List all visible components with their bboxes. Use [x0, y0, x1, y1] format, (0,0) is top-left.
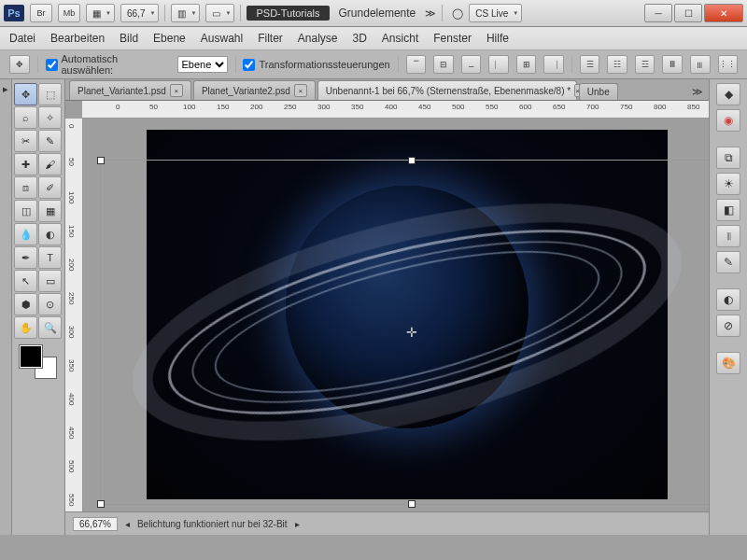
distribute-3-icon[interactable]: ☲	[635, 55, 655, 74]
titlebar: Ps Br Mb ▦ 66,7 ▥ ▭ PSD-Tutorials Grunde…	[0, 0, 747, 27]
panel-layers-icon[interactable]: ⧉	[716, 147, 740, 169]
zoom-tool[interactable]: 🔍	[38, 316, 62, 339]
status-prev-icon[interactable]: ◂	[125, 519, 130, 529]
pen-tool[interactable]: ✒	[14, 246, 37, 269]
menu-fenster[interactable]: Fenster	[433, 32, 472, 45]
align-hcenter-icon[interactable]: ⊞	[516, 55, 537, 74]
ruler-horizontal[interactable]: 0501001502002503003504004505005506006507…	[82, 101, 709, 119]
canvas-area[interactable]: ✛	[83, 119, 709, 511]
tabs-more-icon[interactable]: ≫	[686, 84, 709, 100]
heal-tool[interactable]: ✚	[14, 153, 37, 175]
distribute-1-icon[interactable]: ☰	[580, 55, 600, 74]
distribute-5-icon[interactable]: ⫼	[690, 55, 711, 74]
window-minimize[interactable]: ─	[644, 4, 672, 22]
move-tool[interactable]: ✥	[14, 83, 37, 105]
align-top-icon[interactable]: ⎺	[406, 55, 427, 74]
workspace-grund[interactable]: Grundelemente	[335, 7, 420, 20]
window-maximize[interactable]: ☐	[674, 4, 702, 22]
view-dropdown[interactable]: ▦	[86, 4, 115, 22]
align-left-icon[interactable]: ⎸	[488, 55, 509, 74]
panel-info-icon[interactable]: ◐	[716, 288, 740, 311]
panel-adjustments-icon[interactable]: ☀	[716, 173, 740, 195]
canvas[interactable]	[147, 130, 668, 499]
type-tool[interactable]: T	[38, 246, 62, 269]
document-tabs: Planet_Variante1.psd× Planet_Variante2.p…	[65, 79, 709, 101]
marquee-tool[interactable]: ⬚	[38, 83, 62, 105]
menu-ebene[interactable]: Ebene	[153, 32, 186, 45]
close-icon[interactable]: ×	[294, 84, 307, 97]
panel-expand-left[interactable]: ▸	[0, 79, 12, 535]
right-panels: ◆ ◉ ⧉ ☀ ◧ ⫴ ✎ ◐ ⊘ 🎨	[709, 79, 747, 535]
color-swatches[interactable]	[20, 345, 57, 379]
workspace-more-icon[interactable]: ≫	[425, 7, 436, 20]
brush-tool[interactable]: 🖌	[38, 153, 62, 175]
hand-tool[interactable]: ✋	[14, 316, 37, 339]
auto-select-dropdown[interactable]: Ebene	[177, 56, 228, 73]
app-logo: Ps	[4, 5, 24, 21]
stamp-tool[interactable]: ⧈	[14, 176, 37, 199]
status-next-icon[interactable]: ▸	[295, 519, 300, 529]
ruler-vertical[interactable]: 050100150200250300350400450500550	[65, 119, 83, 511]
gradient-tool[interactable]: ▦	[38, 200, 62, 222]
zoom-dropdown[interactable]: 66,7	[120, 4, 159, 22]
align-right-icon[interactable]: ⎹	[543, 55, 564, 74]
distribute-4-icon[interactable]: Ⅲ	[662, 55, 683, 74]
arrange-dropdown[interactable]: ▥	[171, 4, 200, 22]
tab-doc2[interactable]: Planet_Variante2.psd×	[193, 80, 316, 100]
close-icon[interactable]: ×	[170, 84, 183, 97]
handle-bc[interactable]	[408, 500, 416, 508]
menu-ansicht[interactable]: Ansicht	[382, 32, 418, 45]
history-brush-tool[interactable]: ✐	[38, 176, 62, 199]
tab-doc4[interactable]: Unbe	[579, 83, 618, 100]
distribute-6-icon[interactable]: ⋮⋮	[718, 55, 739, 74]
status-zoom[interactable]: 66,67%	[73, 517, 118, 531]
status-bar: 66,67% ◂ Belichtung funktioniert nur bei…	[65, 511, 709, 535]
3d-tool[interactable]: ⬢	[14, 293, 37, 315]
status-message: Belichtung funktioniert nur bei 32-Bit	[137, 519, 288, 529]
panel-channels-icon[interactable]: ⫴	[716, 225, 740, 247]
menu-bearbeiten[interactable]: Bearbeiten	[50, 32, 105, 45]
dodge-tool[interactable]: ◐	[38, 223, 62, 245]
transform-controls-checkbox[interactable]: Transformationssteuerungen	[243, 59, 389, 71]
foreground-color[interactable]	[20, 345, 42, 368]
menu-analyse[interactable]: Analyse	[298, 32, 338, 45]
tab-doc1[interactable]: Planet_Variante1.psd×	[69, 80, 191, 100]
menu-filter[interactable]: Filter	[258, 32, 283, 45]
crop-tool[interactable]: ✂	[14, 130, 37, 152]
handle-bl[interactable]	[97, 500, 105, 508]
align-vcenter-icon[interactable]: ⊟	[433, 55, 454, 74]
screen-dropdown[interactable]: ▭	[205, 4, 234, 22]
window-close[interactable]: ✕	[704, 4, 743, 22]
minibridge-button[interactable]: Mb	[58, 4, 80, 22]
panel-navigator-icon[interactable]: ⊘	[716, 315, 740, 337]
panel-color-icon[interactable]: ◆	[716, 83, 740, 105]
cslive-dropdown[interactable]: CS Live	[469, 4, 522, 22]
blur-tool[interactable]: 💧	[14, 223, 37, 245]
wand-tool[interactable]: ✧	[38, 106, 62, 129]
panel-masks-icon[interactable]: ◧	[716, 199, 740, 221]
menu-3d[interactable]: 3D	[353, 32, 367, 45]
eraser-tool[interactable]: ◫	[14, 200, 37, 222]
workspace-psdtut[interactable]: PSD-Tutorials	[247, 6, 329, 21]
path-tool[interactable]: ↖	[14, 270, 37, 292]
shape-tool[interactable]: ▭	[38, 270, 62, 292]
eyedropper-tool[interactable]: ✎	[38, 130, 62, 152]
options-bar: ✥ Automatisch auswählen: Ebene Transform…	[0, 50, 747, 79]
menubar: Datei Bearbeiten Bild Ebene Auswahl Filt…	[0, 27, 747, 50]
handle-tl[interactable]	[97, 157, 105, 164]
panel-swatches-icon[interactable]: ◉	[716, 109, 740, 132]
menu-auswahl[interactable]: Auswahl	[201, 32, 243, 45]
panel-styles-icon[interactable]: 🎨	[716, 352, 740, 374]
align-bottom-icon[interactable]: ⎽	[461, 55, 482, 74]
lasso-tool[interactable]: ⌕	[14, 106, 37, 129]
distribute-2-icon[interactable]: ☷	[607, 55, 627, 74]
tab-doc3[interactable]: Unbenannt-1 bei 66,7% (Sternenstraße, Eb…	[317, 80, 577, 100]
auto-select-checkbox[interactable]: Automatisch auswählen:	[46, 53, 170, 76]
bridge-button[interactable]: Br	[30, 4, 52, 22]
menu-bild[interactable]: Bild	[120, 32, 138, 45]
panel-paths-icon[interactable]: ✎	[716, 251, 740, 273]
camera-tool[interactable]: ⊙	[38, 293, 62, 315]
menu-datei[interactable]: Datei	[9, 32, 35, 45]
menu-hilfe[interactable]: Hilfe	[486, 32, 509, 45]
move-tool-icon[interactable]: ✥	[9, 55, 30, 74]
